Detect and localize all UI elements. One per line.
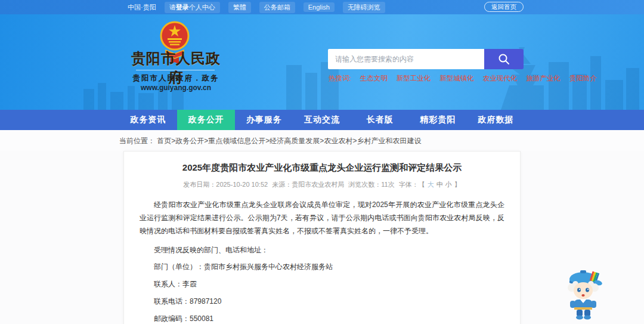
hot-word-link[interactable]: 旅游产业化 [526, 74, 561, 83]
article-title: 2025年度贵阳市农业产业化市级重点龙头企业运行监测和评定结果公示 [140, 162, 504, 174]
main-nav: 政务资讯 政务公开 办事服务 互动交流 长者版 精彩贵阳 政府数据 [0, 110, 644, 130]
font-size-label-close: 】 [454, 181, 461, 188]
breadcrumb-path[interactable]: 首页>政务公开>重点领域信息公开>经济高质量发展>农业农村>乡村产业和农田建设 [157, 137, 421, 145]
login-bold[interactable]: 登录 [176, 4, 189, 11]
hot-word-link[interactable]: 新型城镇化 [439, 74, 474, 83]
accessibility-link[interactable]: 无障碍浏览 [343, 2, 385, 13]
article-container: 2025年度贵阳市农业产业化市级重点龙头企业运行监测和评定结果公示 发布日期：2… [123, 151, 521, 324]
info-line: 联系人：李霞 [140, 279, 504, 289]
view-count: 浏览次数：11次 [348, 181, 394, 188]
hot-word-link[interactable]: 生态文明 [360, 74, 388, 83]
english-link[interactable]: English [304, 2, 335, 12]
hot-search-label: 热搜词: [329, 74, 351, 83]
search-input[interactable] [328, 49, 484, 69]
info-line: 部门（单位）：贵阳市乡村振兴服务中心农村经济服务站 [140, 262, 504, 272]
info-line: 联系电话：87987120 [140, 297, 504, 307]
tab-zhengwu-zixun[interactable]: 政务资讯 [119, 110, 177, 130]
info-line: 受理情况反映的部门、电话和地址： [140, 245, 504, 255]
top-bar-links: 中国·贵阳 请登录个人中心 繁體 公务邮箱 English 无障碍浏览 [128, 0, 385, 14]
tab-hudong-jiaoliu[interactable]: 互动交流 [293, 110, 351, 130]
tab-jingcai-guiyang[interactable]: 精彩贵阳 [409, 110, 467, 130]
breadcrumb-label: 当前位置： [119, 137, 155, 145]
tab-zhengwu-gongkai[interactable]: 政务公开 [177, 110, 235, 130]
login-link[interactable]: 请登录个人中心 [165, 2, 220, 13]
site-banner: 贵阳市人民政府 贵阳市人民政府．政务 www.guiyang.gov.cn 热搜… [0, 14, 644, 110]
logo-divider [136, 70, 215, 70]
nav-tabs: 政务资讯 政务公开 办事服务 互动交流 长者版 精彩贵阳 政府数据 [119, 110, 525, 130]
official-mailbox-link[interactable]: 公务邮箱 [259, 2, 295, 13]
login-prefix: 请 [169, 4, 176, 11]
hot-word-link[interactable]: 新型工业化 [397, 74, 431, 83]
tab-banshi-fuwu[interactable]: 办事服务 [235, 110, 293, 130]
top-utility-bar: 中国·贵阳 请登录个人中心 繁體 公务邮箱 English 无障碍浏览 返回首页 [0, 0, 644, 14]
search-bar [328, 49, 524, 69]
search-icon [497, 53, 510, 66]
mascot-assistant-button[interactable] [562, 269, 606, 321]
article-body: 经贵阳市农业产业化市级重点龙头企业联席会议成员单位审定，现对2025年开展的农业… [140, 198, 504, 324]
breadcrumb: 当前位置： 首页>政务公开>重点领域信息公开>经济高质量发展>农业农村>乡村产业… [0, 130, 644, 151]
login-suffix: 个人中心 [189, 4, 215, 11]
font-size-label: 字体：【 [399, 181, 425, 188]
font-size-large-button[interactable]: 大 [428, 181, 434, 188]
hot-word-link[interactable]: 贵阳简介 [569, 74, 597, 83]
publish-date: 发布日期：2025-10-20 10:52 [183, 181, 268, 188]
return-home-button[interactable]: 返回首页 [484, 2, 524, 12]
tab-zhangzheban[interactable]: 长者版 [351, 110, 409, 130]
traditional-chinese-link[interactable]: 繁體 [228, 2, 251, 13]
hot-word-link[interactable]: 农业现代化 [483, 74, 518, 83]
article-meta: 发布日期：2025-10-20 10:52 来源：贵阳市农业农村局 浏览次数：1… [140, 180, 504, 189]
search-button[interactable] [484, 49, 524, 69]
article-source: 来源：贵阳市农业农村局 [272, 181, 344, 188]
tab-zhengfu-shuju[interactable]: 政府数据 [467, 110, 525, 130]
site-url: www.guiyang.gov.cn [125, 84, 227, 92]
font-size-medium-button[interactable]: 中 [436, 181, 443, 188]
font-size-small-button[interactable]: 小 [445, 181, 452, 188]
region-link[interactable]: 中国·贵阳 [128, 3, 156, 12]
article-paragraph: 经贵阳市农业产业化市级重点龙头企业联席会议成员单位审定，现对2025年开展的农业… [140, 198, 504, 238]
info-line: 邮政编码：550081 [140, 314, 504, 324]
hot-search-row: 热搜词: 生态文明 新型工业化 新型城镇化 农业现代化 旅游产业化 贵阳简介 [329, 74, 597, 83]
site-subtitle: 贵阳市人民政府．政务 [125, 73, 227, 84]
